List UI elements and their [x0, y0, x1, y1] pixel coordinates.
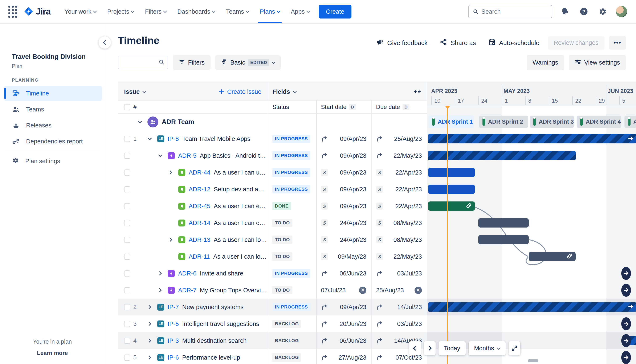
select-all-checkbox[interactable] — [124, 104, 130, 110]
settings-gear-icon[interactable] — [596, 5, 609, 18]
status-badge[interactable]: BACKLOG — [272, 336, 301, 345]
due-date-cell[interactable]: 25/Aug/23 ✕ — [372, 282, 427, 298]
sprint-pill-adr-sprint-5[interactable]: ADR Sprint 5 — [624, 116, 636, 128]
offscreen-indicator-IP-6[interactable] — [621, 351, 631, 364]
chevron-right-icon[interactable] — [156, 269, 164, 278]
due-date-cell[interactable]: S 08/May/23 — [372, 231, 427, 248]
gantt-bar-IP-7[interactable] — [428, 302, 636, 312]
issue-key[interactable]: IP-8 — [168, 136, 179, 142]
sprint-pill-adr-sprint-2[interactable]: ADR Sprint 2 — [479, 116, 528, 128]
issue-key[interactable]: IP-5 — [168, 320, 179, 328]
issue-key[interactable]: ADR-44 — [189, 169, 210, 176]
sprint-pill-adr-sprint-4[interactable]: ADR Sprint 4 — [577, 116, 621, 128]
auto-schedule-button[interactable]: Auto-schedule — [484, 35, 543, 50]
offscreen-indicator-ADR-7[interactable] — [621, 284, 631, 297]
issue-search-field[interactable] — [118, 56, 168, 69]
start-date-cell[interactable]: S 09/Apr/23 — [316, 198, 372, 214]
due-date-cell[interactable]: 03/Jul/23 — [372, 316, 427, 332]
issue-row-ADR-13[interactable]: ADR-13 As a user I can log i...TO DOS 24… — [118, 231, 427, 248]
issue-title[interactable]: Multi-destination search — [182, 337, 246, 344]
warnings-button[interactable]: Warnings — [527, 55, 564, 70]
offscreen-indicator-IP-3[interactable] — [621, 334, 631, 347]
gantt-bar-ADR-5[interactable] — [428, 151, 576, 160]
start-date-cell[interactable]: S 09/May/23 — [316, 248, 372, 265]
chevron-right-icon[interactable] — [146, 320, 154, 328]
gantt-bar-ADR-14[interactable] — [478, 218, 528, 228]
create-button[interactable]: Create — [319, 5, 352, 18]
status-badge[interactable]: IN PROGRESS — [272, 185, 310, 194]
issue-title[interactable]: New payment systems — [182, 304, 244, 310]
due-date-cell[interactable]: S 22/Apr/23 — [372, 181, 427, 198]
issue-key[interactable]: ADR-13 — [189, 236, 210, 243]
issue-key[interactable]: ADR-45 — [189, 203, 210, 210]
due-date-cell[interactable]: 03/Jul/23 — [372, 265, 427, 282]
chevron-right-icon[interactable] — [156, 286, 164, 294]
due-date-cell[interactable]: 14/Jul/23 — [372, 298, 427, 316]
issue-search-input[interactable] — [122, 59, 158, 66]
sprint-pill-adr-sprint-1[interactable]: ADR Sprint 1 — [429, 116, 474, 128]
status-badge[interactable]: BACKLOG — [272, 320, 301, 328]
start-date-cell[interactable]: 06/Jun/23 — [316, 265, 372, 282]
learn-more-link[interactable]: Learn more — [0, 350, 105, 356]
issue-title[interactable]: As a user I can log i... — [213, 253, 267, 260]
chevron-right-icon[interactable] — [146, 353, 154, 362]
horizontal-scrollbar[interactable] — [528, 359, 538, 362]
start-date-cell[interactable]: 09/Apr/23 — [316, 298, 372, 316]
dependency-link-icon[interactable] — [566, 253, 573, 260]
start-date-cell[interactable]: 27/Aug/23 — [316, 349, 372, 364]
start-date-cell[interactable]: 09/Apr/23 — [316, 130, 372, 147]
chevron-right-icon[interactable] — [166, 236, 175, 244]
global-search-input[interactable] — [482, 8, 548, 15]
gantt-bar-IP-8[interactable] — [428, 134, 636, 144]
issue-key[interactable]: ADR-7 — [178, 287, 196, 294]
nav-item-plans[interactable]: Plans — [254, 0, 286, 23]
status-badge[interactable]: BACKLOG — [272, 353, 301, 362]
create-issue-button[interactable]: Create issue — [218, 82, 262, 101]
issue-title[interactable]: As a user I can up... — [214, 169, 267, 176]
notifications-icon[interactable] — [558, 5, 571, 18]
review-changes-button[interactable]: Review changes — [548, 36, 604, 50]
give-feedback-button[interactable]: Give feedback — [372, 35, 431, 50]
share-as-button[interactable]: Share as — [436, 35, 480, 50]
status-badge[interactable]: IN PROGRESS — [272, 168, 310, 177]
issue-key[interactable]: ADR-14 — [189, 220, 210, 226]
today-button[interactable]: Today — [438, 341, 466, 355]
gantt-bar-ADR-13[interactable] — [478, 235, 528, 244]
issue-key[interactable]: ADR-5 — [178, 152, 196, 159]
issue-row-ADR-11[interactable]: ADR-11 As a user I can log i...TO DOS 09… — [118, 248, 427, 265]
sidebar-item-releases[interactable]: Releases — [4, 118, 102, 133]
issue-key[interactable]: IP-7 — [168, 304, 179, 310]
issue-key[interactable]: ADR-11 — [189, 253, 210, 260]
due-date-cell[interactable]: S 22/Apr/23 — [372, 198, 427, 214]
nav-item-projects[interactable]: Projects — [102, 0, 140, 23]
start-date-cell[interactable]: 09/Apr/23 — [316, 147, 372, 164]
team-group-row[interactable]: ADR Team — [118, 114, 427, 130]
nav-item-your-work[interactable]: Your work — [59, 0, 102, 23]
issue-row-ADR-12[interactable]: ADR-12 Setup dev and and ...IN PROGRESSS… — [118, 181, 427, 198]
view-mode-button[interactable]: Basic EDITED — [215, 55, 281, 70]
nav-item-apps[interactable]: Apps — [286, 0, 315, 23]
status-badge[interactable]: TO DO — [272, 252, 292, 261]
start-date-cell[interactable]: S 24/Apr/23 — [316, 214, 372, 231]
sidebar-item-plan-settings[interactable]: Plan settings — [4, 154, 102, 169]
more-actions-button[interactable]: ••• — [609, 36, 626, 50]
status-badge[interactable]: DONE — [272, 202, 291, 210]
start-date-cell[interactable]: 07/Jul/23 ✕ — [316, 282, 372, 298]
issue-key[interactable]: IP-6 — [168, 354, 179, 361]
due-date-cell[interactable]: S 22/Apr/23 — [372, 164, 427, 181]
issue-title[interactable]: Intelligent travel suggestions — [182, 320, 259, 328]
scroll-right-button[interactable] — [424, 341, 436, 355]
issue-column-header[interactable]: Issue — [124, 82, 146, 101]
start-date-cell[interactable]: S 09/Apr/23 — [316, 164, 372, 181]
offscreen-indicator-IP-5[interactable] — [621, 317, 631, 330]
app-switcher-icon[interactable] — [8, 6, 18, 17]
view-settings-button[interactable]: View settings — [569, 55, 626, 70]
fields-column-header[interactable]: Fields — [272, 82, 296, 101]
issue-title[interactable]: As a user I can log i... — [214, 236, 267, 243]
fullscreen-button[interactable] — [508, 341, 520, 355]
issue-row-ADR-5[interactable]: ADR-5 App Basics - Android testIN PROGRE… — [118, 147, 427, 164]
issue-title[interactable]: As a user I can ena... — [214, 203, 267, 210]
nav-item-filters[interactable]: Filters — [140, 0, 172, 23]
status-badge[interactable]: TO DO — [272, 219, 292, 227]
jira-logo[interactable]: Jira — [24, 6, 51, 16]
